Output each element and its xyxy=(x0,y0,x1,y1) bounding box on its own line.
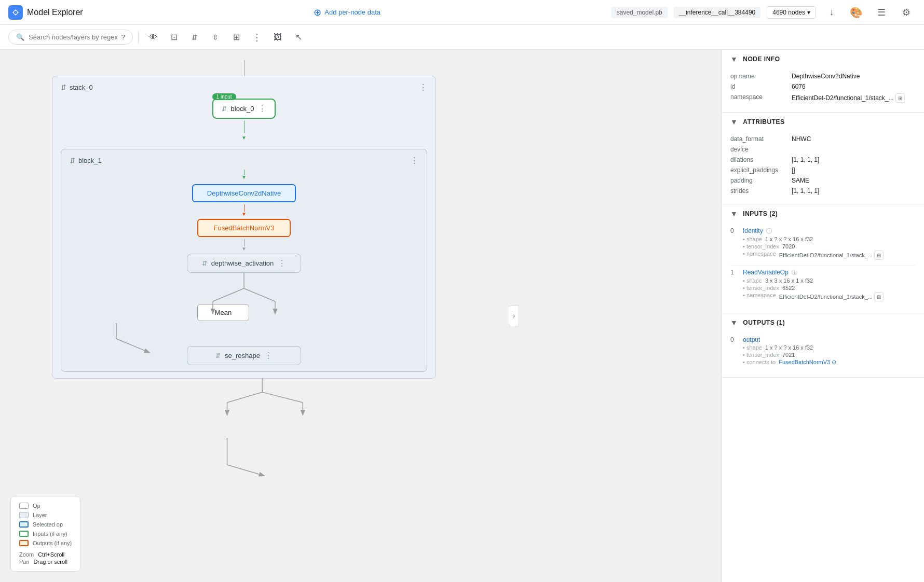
attribute-row: paddingSAME xyxy=(730,177,916,184)
align-button[interactable]: ⋮ xyxy=(248,28,266,47)
fork-arrows xyxy=(70,273,418,314)
attr-label: padding xyxy=(730,177,787,184)
block-1-more-icon[interactable]: ⋮ xyxy=(410,156,418,165)
search-box[interactable]: 🔍 ? xyxy=(8,30,133,45)
legend-outputs: Outputs (if any) xyxy=(19,540,72,546)
arrow-fused-to-act: ▼ xyxy=(70,239,418,252)
stack-0-expand-icon[interactable]: ⇵ xyxy=(61,84,66,91)
expand-all-button[interactable]: ⇵ xyxy=(185,28,204,47)
svg-line-9 xyxy=(262,392,303,403)
input-block: 0 Identity ⓘ • shape 1 x ? x ? x 16 x f3… xyxy=(730,227,916,260)
cursor-button[interactable]: ↖ xyxy=(289,28,308,47)
graph-canvas[interactable]: ⇵ stack_0 ⋮ 1 input ⇵ block_0 ⋮ xyxy=(0,50,722,582)
stack-0-more-icon[interactable]: ⋮ xyxy=(419,82,427,92)
fused-norm-wrapper: FusedBatchNormV3 xyxy=(70,219,418,237)
connects-link-icon: ⊙ xyxy=(832,359,836,365)
block-0-label: block_0 xyxy=(231,105,254,113)
input-ns-expand-btn[interactable]: ⊞ xyxy=(874,292,884,301)
depthwise-act-more-icon[interactable]: ⋮ xyxy=(278,258,286,268)
stack-0-header: ⇵ stack_0 ⋮ xyxy=(61,82,427,92)
legend-outputs-box xyxy=(19,540,29,546)
settings-button[interactable]: ⚙ xyxy=(897,3,916,22)
fused-batch-norm-node[interactable]: FusedBatchNormV3 xyxy=(197,219,291,237)
output-sub-props: • shape 1 x ? x ? x 16 x f32 • tensor_in… xyxy=(743,344,916,366)
output-connects-value[interactable]: FusedBatchNormV3 ⊙ xyxy=(779,359,836,366)
list-icon: ☰ xyxy=(877,7,886,18)
input-index-num: 0 xyxy=(730,227,739,234)
outputs-title: OUTPUTS (1) xyxy=(743,319,785,326)
inputs-header[interactable]: ▼ INPUTS (2) xyxy=(722,204,924,223)
block-1-label: block_1 xyxy=(78,157,102,164)
output-shape-row: • shape 1 x ? x ? x 16 x f32 xyxy=(743,344,916,351)
inputs-body: 0 Identity ⓘ • shape 1 x ? x ? x 16 x f3… xyxy=(722,223,924,313)
depthwise-conv-node[interactable]: DepthwiseConv2dNative xyxy=(192,184,296,202)
align-icon: ⋮ xyxy=(252,32,262,43)
pan-key: Pan xyxy=(19,559,30,565)
zoom-row: Zoom Ctrl+Scroll xyxy=(19,551,72,558)
input-name-link[interactable]: ReadVariableOp ⓘ xyxy=(743,269,797,276)
input-index-num: 1 xyxy=(730,269,739,276)
input-name-link[interactable]: Identity ⓘ xyxy=(743,227,772,235)
attr-value: SAME xyxy=(792,177,809,184)
node-info-body: op name DepthwiseConv2dNative id 6076 na… xyxy=(722,68,924,112)
header-right: saved_model.pb __inference__call__384490… xyxy=(612,3,916,22)
output-tensor-value: 7021 xyxy=(782,352,795,358)
arrow-block1-to-depth: ▼ xyxy=(70,170,418,180)
help-icon[interactable]: ? xyxy=(121,33,125,41)
output-name-link[interactable]: output xyxy=(743,336,760,343)
add-per-node-data-button[interactable]: ⊕ Add per-node data xyxy=(314,7,381,18)
pan-val: Drag or scroll xyxy=(34,559,67,565)
visibility-toggle[interactable]: 👁 xyxy=(144,28,162,47)
image-button[interactable]: 🖼 xyxy=(268,28,287,47)
block-arrow-1 xyxy=(61,121,427,133)
namespace-expand-btn[interactable]: ⊞ xyxy=(895,93,905,103)
collapse-all-button[interactable]: ⇳ xyxy=(206,28,225,47)
search-input[interactable] xyxy=(29,33,117,41)
frame-button[interactable]: ⊡ xyxy=(165,28,183,47)
attributes-header[interactable]: ▼ ATTRIBUTES xyxy=(722,113,924,131)
input-ns-expand-btn[interactable]: ⊞ xyxy=(874,251,884,260)
output-connects-row: • connects to FusedBatchNormV3 ⊙ xyxy=(743,359,916,366)
se-reshape-more-icon[interactable]: ⋮ xyxy=(264,351,273,361)
block-1-header: ⇵ block_1 ⋮ xyxy=(70,156,418,165)
id-row: id 6076 xyxy=(730,83,916,90)
attr-value: [1, 1, 1, 1] xyxy=(792,156,819,163)
se-reshape-node[interactable]: ⇵ se_reshape ⋮ xyxy=(187,346,301,365)
list-button[interactable]: ☰ xyxy=(872,3,891,22)
inputs-chevron: ▼ xyxy=(730,210,738,218)
legend: Op Layer Selected op Inputs (if any) Out… xyxy=(10,496,80,572)
input-separator xyxy=(730,265,916,266)
inference-call-select[interactable]: __inference__call__384490 xyxy=(674,7,760,18)
attribute-row: device xyxy=(730,146,916,153)
logo-icon xyxy=(8,5,23,20)
outputs-section: ▼ OUTPUTS (1) 0 output • shape 1 x ? x ?… xyxy=(722,313,924,378)
graph-content: ⇵ stack_0 ⋮ 1 input ⇵ block_0 ⋮ xyxy=(42,50,446,389)
depthwise-activation-node[interactable]: ⇵ depthwise_activation ⋮ xyxy=(187,254,301,273)
depthwise-act-wrapper: ⇵ depthwise_activation ⋮ xyxy=(70,254,418,273)
attr-label: explicit_paddings xyxy=(730,167,787,174)
se-reshape-label: se_reshape xyxy=(225,352,260,359)
block-0-more-icon[interactable]: ⋮ xyxy=(258,104,266,114)
block-1-expand-icon[interactable]: ⇵ xyxy=(70,157,75,164)
collapse-all-icon: ⇳ xyxy=(212,33,219,41)
outputs-header[interactable]: ▼ OUTPUTS (1) xyxy=(722,313,924,332)
palette-button[interactable]: 🎨 xyxy=(847,3,866,22)
attr-label: data_format xyxy=(730,135,787,143)
svg-point-1 xyxy=(14,11,17,14)
eye-icon: 👁 xyxy=(149,33,157,42)
legend-op-label: Op xyxy=(33,503,40,509)
legend-selected-box xyxy=(19,521,29,528)
legend-selected: Selected op xyxy=(19,521,72,528)
panel-toggle-button[interactable]: › xyxy=(509,306,519,326)
input-tensor-value: 7020 xyxy=(782,243,795,250)
output-tensor-row: • tensor_index 7021 xyxy=(743,352,916,358)
layers-button[interactable]: ⊞ xyxy=(227,28,246,47)
input-tensor-value: 6522 xyxy=(782,285,795,291)
info-circle-icon: ⓘ xyxy=(766,228,772,234)
svg-line-14 xyxy=(213,288,244,301)
download-button[interactable]: ↓ xyxy=(822,3,841,22)
model-file-tag: saved_model.pb xyxy=(612,7,668,18)
input-sub-props: • shape 3 x 3 x 16 x 1 x f32 • tensor_in… xyxy=(743,278,916,301)
block-0-node[interactable]: ⇵ block_0 ⋮ xyxy=(212,99,276,119)
node-info-header[interactable]: ▼ NODE INFO xyxy=(722,50,924,68)
